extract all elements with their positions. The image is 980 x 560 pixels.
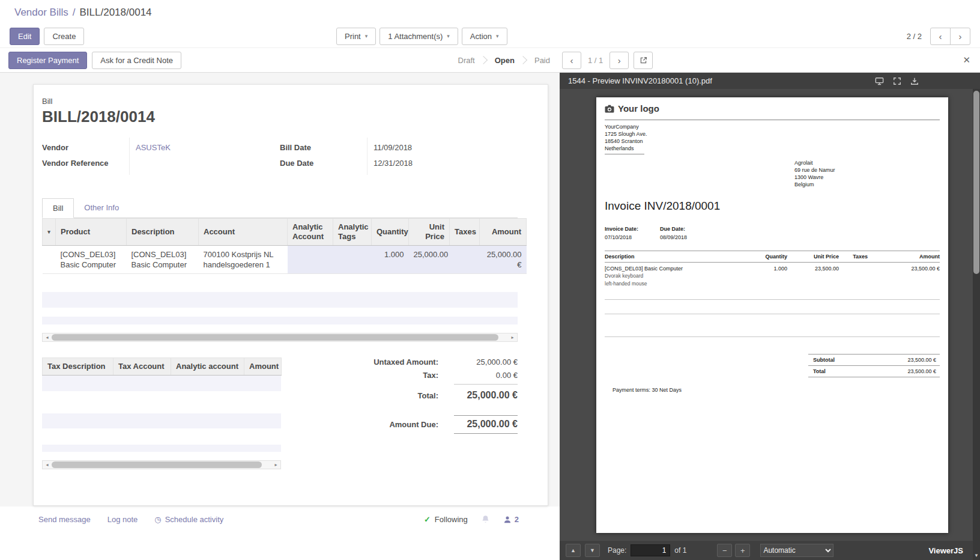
doc-line-quantity: 1.000 xyxy=(749,266,787,272)
scroll-right-icon[interactable]: ▸ xyxy=(271,462,280,467)
action-dropdown[interactable]: Action ▾ xyxy=(462,28,507,45)
doc-line-product: [CONS_DEL03] Basic Computer xyxy=(605,266,683,272)
breadcrumb-vendor-bills[interactable]: Vendor Bills xyxy=(14,7,68,19)
print-dropdown[interactable]: Print ▾ xyxy=(336,28,376,45)
status-step-draft[interactable]: Draft xyxy=(456,56,477,65)
lines-horizontal-scrollbar[interactable]: ◂ ▸ xyxy=(42,333,518,342)
download-icon[interactable] xyxy=(910,77,919,85)
col-tax-amount[interactable]: Amount xyxy=(244,358,282,376)
chatter: Send message Log note ◷ Schedule activit… xyxy=(38,515,519,524)
vendor-value[interactable]: ASUSTeK xyxy=(129,143,171,152)
col-analytic-tags[interactable]: Analytic Tags xyxy=(333,219,372,246)
zoom-controls: − + xyxy=(717,544,750,557)
col-tax-description[interactable]: Tax Description xyxy=(43,358,113,376)
empty-row xyxy=(42,308,518,317)
send-message-button[interactable]: Send message xyxy=(38,515,91,524)
tab-other-info[interactable]: Other Info xyxy=(74,198,129,218)
pdf-vertical-scrollbar[interactable]: ▼ xyxy=(973,89,980,560)
followers-button[interactable]: 2 xyxy=(503,515,519,524)
col-product[interactable]: Product xyxy=(56,219,127,246)
column-sort-toggle[interactable]: ▾ xyxy=(43,219,56,246)
status-bar: Register Payment Ask for a Credit Note D… xyxy=(0,47,980,73)
company-name: YourCompany xyxy=(605,123,647,130)
zoom-in-button[interactable]: + xyxy=(735,544,750,557)
main-content: Bill BILL/2018/0014 Vendor ASUSTeK Vendo… xyxy=(0,73,980,560)
col-description[interactable]: Description xyxy=(127,219,199,246)
col-quantity[interactable]: Quantity xyxy=(372,219,409,246)
document-actions: Print ▾ 1 Attachment(s) ▾ Action ▾ xyxy=(336,25,507,47)
doc-col-amount: Amount xyxy=(868,254,940,260)
person-icon xyxy=(503,516,512,524)
fullscreen-icon[interactable] xyxy=(893,77,901,85)
edit-button[interactable]: Edit xyxy=(10,28,40,45)
open-attachment-button[interactable] xyxy=(634,52,653,69)
status-step-paid[interactable]: Paid xyxy=(532,56,552,65)
chevron-right-icon: › xyxy=(959,32,962,41)
bell-icon[interactable] xyxy=(481,515,490,524)
ask-credit-note-button[interactable]: Ask for a Credit Note xyxy=(92,52,181,69)
customer-city: 1300 Wavre xyxy=(794,174,835,181)
scrollbar-thumb[interactable] xyxy=(973,91,979,274)
previous-page-button[interactable]: ▲ xyxy=(566,544,581,557)
col-taxes[interactable]: Taxes xyxy=(450,219,480,246)
invoice-dates: Invoice Date: 07/10/2018 Due Date: 08/09… xyxy=(605,226,687,240)
bill-date-label: Bill Date xyxy=(280,143,367,152)
zoom-mode-select[interactable]: Automatic xyxy=(760,544,833,557)
invoice-line-row[interactable]: [CONS_DEL03] Basic Computer [CONS_DEL03]… xyxy=(43,246,527,274)
breadcrumb-separator: / xyxy=(73,7,76,19)
due-date-label: Due Date: xyxy=(660,226,687,232)
next-page-button[interactable]: ▼ xyxy=(585,544,600,557)
attachments-dropdown[interactable]: 1 Attachment(s) ▾ xyxy=(380,28,458,45)
col-analytic-account[interactable]: Analytic Account xyxy=(288,219,333,246)
cell-description: [CONS_DEL03] Basic Computer xyxy=(127,246,199,274)
due-date-value: 08/09/2018 xyxy=(660,234,687,240)
col-tax-account[interactable]: Tax Account xyxy=(113,358,171,376)
page-number-input[interactable] xyxy=(631,544,670,556)
statusbar-steps: Draft Open Paid xyxy=(456,48,552,72)
status-step-open[interactable]: Open xyxy=(492,56,517,65)
scroll-right-icon[interactable]: ▸ xyxy=(508,335,517,340)
empty-row xyxy=(42,274,518,292)
bill-form-card: Bill BILL/2018/0014 Vendor ASUSTeK Vendo… xyxy=(33,84,548,506)
presentation-icon[interactable] xyxy=(875,77,884,85)
company-street: 1725 Slough Ave. xyxy=(605,130,647,138)
plus-icon: + xyxy=(740,546,745,555)
scrollbar-thumb[interactable] xyxy=(52,334,498,341)
scrollbar-down-icon[interactable]: ▼ xyxy=(973,553,980,558)
pager-previous-button[interactable]: ‹ xyxy=(930,28,951,45)
empty-row xyxy=(42,428,281,445)
attachment-pager-count: 1 / 1 xyxy=(586,56,605,65)
log-note-button[interactable]: Log note xyxy=(107,515,138,524)
close-preview-button[interactable]: ✕ xyxy=(963,48,970,72)
tab-bill[interactable]: Bill xyxy=(42,198,74,218)
page-count: of 1 xyxy=(674,546,686,555)
line-separator xyxy=(605,299,940,300)
scroll-left-icon[interactable]: ◂ xyxy=(43,335,52,340)
zoom-out-button[interactable]: − xyxy=(717,544,732,557)
register-payment-button[interactable]: Register Payment xyxy=(8,52,87,69)
total-label: Total: xyxy=(418,391,438,400)
col-amount[interactable]: Amount xyxy=(480,219,527,246)
col-unit-price[interactable]: Unit Price xyxy=(409,219,450,246)
create-button[interactable]: Create xyxy=(44,28,84,45)
schedule-activity-button[interactable]: ◷ Schedule activity xyxy=(154,515,223,524)
cell-analytic-tags xyxy=(333,246,372,274)
doc-col-taxes: Taxes xyxy=(839,254,868,260)
attachment-previous-button[interactable]: ‹ xyxy=(562,52,581,69)
col-analytic-account[interactable]: Analytic account xyxy=(171,358,244,376)
empty-row xyxy=(42,292,518,308)
invoice-line: [CONS_DEL03] Basic Computer Dvorak keybo… xyxy=(605,263,940,289)
cell-amount: 25,000.00 € xyxy=(480,246,527,274)
tax-horizontal-scrollbar[interactable]: ◂ ▸ xyxy=(42,460,281,469)
field-group: Vendor ASUSTeK Vendor Reference Bill Dat… xyxy=(42,139,518,171)
scroll-left-icon[interactable]: ◂ xyxy=(43,462,52,467)
attachment-next-button[interactable]: › xyxy=(609,52,629,69)
total-label: Total xyxy=(813,368,826,374)
following-button[interactable]: ✓ Following xyxy=(424,515,468,524)
scrollbar-thumb[interactable] xyxy=(52,461,262,468)
pdf-scroll-area[interactable]: Your logo YourCompany 1725 Slough Ave. 1… xyxy=(560,89,973,541)
totals-block: Untaxed Amount: 25,000.00 € Tax: 0.00 € … xyxy=(331,358,518,469)
col-account[interactable]: Account xyxy=(199,219,288,246)
viewerjs-brand: ViewerJS xyxy=(928,546,967,555)
pager-next-button[interactable]: › xyxy=(950,28,970,45)
